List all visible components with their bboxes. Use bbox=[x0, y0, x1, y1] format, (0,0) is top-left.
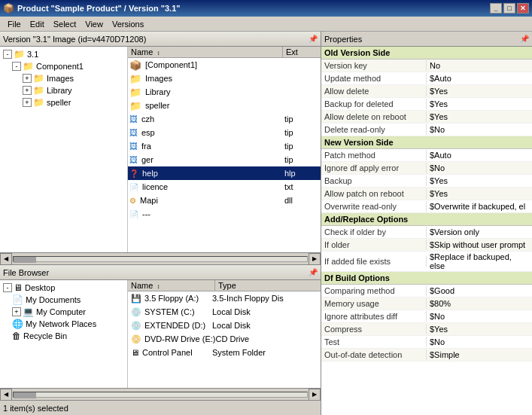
tree-mycomputer[interactable]: + 💻 My Computer bbox=[2, 306, 126, 318]
file-icon-mapi: ⚙ bbox=[129, 197, 136, 205]
file-browser-header: File Browser 📌 bbox=[0, 265, 321, 280]
version-image-header: Version "3.1" Image (id=v4470D71208) 📌 bbox=[0, 32, 321, 47]
prop-compress: Compress $Yes bbox=[321, 323, 532, 336]
tree-network[interactable]: 🌐 My Network Places bbox=[2, 318, 126, 330]
file-row-esp[interactable]: 🖼 esp tip bbox=[128, 126, 321, 139]
version-image-title: Version "3.1" Image (id=v4470D71208) bbox=[3, 35, 146, 44]
file-row-library[interactable]: 📁 Library bbox=[128, 85, 321, 99]
file-row-mapi[interactable]: ⚙ Mapi dll bbox=[128, 194, 321, 207]
expand-31[interactable]: - bbox=[3, 50, 12, 59]
file-browser-title: File Browser bbox=[3, 268, 49, 277]
file-icon-help: ❓ bbox=[129, 169, 138, 178]
file-row-help[interactable]: ❓ help hlp bbox=[128, 166, 321, 180]
close-button[interactable]: ✕ bbox=[517, 3, 529, 14]
browser-row-controlpanel[interactable]: 🖥 Control Panel System Folder bbox=[128, 346, 321, 359]
expand-desktop[interactable]: - bbox=[3, 283, 12, 292]
expand-speller[interactable]: + bbox=[23, 98, 32, 107]
tree-label-mycomputer: My Computer bbox=[36, 307, 86, 316]
tree-label-desktop: Desktop bbox=[25, 283, 55, 292]
prop-delete-readonly: Delete read-only $No bbox=[321, 124, 532, 136]
scroll-left[interactable]: ◀ bbox=[0, 253, 12, 265]
properties-panel: Properties 📌 Old Version Side Version ke… bbox=[321, 32, 532, 415]
browser-files[interactable]: Name ↕ Type 💾 3.5 Floppy (A:) 3.5-Inch F… bbox=[128, 280, 321, 388]
browser-row-dvde[interactable]: 📀 DVD-RW Drive (E:) CD Drive bbox=[128, 332, 321, 346]
tree-node-images[interactable]: + 📁 Images bbox=[2, 72, 126, 84]
file-row-misc[interactable]: 📄 --- bbox=[128, 207, 321, 221]
version-tree: - 📁 3.1 - 📁 Component1 + 📁 Images bbox=[0, 47, 128, 252]
file-browser-panel: File Browser 📌 - 🖥 Desktop 📄 My Document… bbox=[0, 265, 321, 415]
browser-name-header[interactable]: Name ↕ bbox=[128, 280, 215, 291]
recycle-icon: 🗑 bbox=[12, 331, 21, 341]
tree-label-network: My Network Places bbox=[26, 319, 96, 328]
file-row-images[interactable]: 📁 Images bbox=[128, 72, 321, 85]
prop-allow-delete: Allow delete $Yes bbox=[321, 85, 532, 98]
browser-content: - 🖥 Desktop 📄 My Documents + 💻 My Comput… bbox=[0, 280, 321, 388]
prop-if-older: If older $Skip without user prompt bbox=[321, 239, 532, 252]
browser-scroll-track[interactable] bbox=[13, 392, 308, 398]
file-icon-licence: 📄 bbox=[129, 183, 138, 191]
scroll-right[interactable]: ▶ bbox=[309, 253, 321, 265]
browser-scroll-right[interactable]: ▶ bbox=[309, 389, 321, 401]
file-icon-czh: 🖼 bbox=[129, 114, 138, 124]
scroll-track[interactable] bbox=[13, 256, 308, 262]
menu-view[interactable]: View bbox=[81, 18, 108, 30]
expand-images[interactable]: + bbox=[23, 74, 32, 83]
folder-icon-images-row: 📁 bbox=[129, 73, 141, 84]
file-col-ext-header[interactable]: Ext bbox=[283, 47, 321, 57]
file-icon-fra: 🖼 bbox=[129, 142, 138, 151]
minimize-button[interactable]: _ bbox=[490, 3, 502, 14]
file-row-licence[interactable]: 📄 licence txt bbox=[128, 180, 321, 194]
main-container: Version "3.1" Image (id=v4470D71208) 📌 -… bbox=[0, 32, 532, 415]
menu-edit[interactable]: Edit bbox=[26, 18, 49, 30]
file-col-name-header[interactable]: Name ↕ bbox=[128, 47, 283, 57]
tree-mydocs[interactable]: 📄 My Documents bbox=[2, 294, 126, 306]
network-icon: 🌐 bbox=[12, 319, 23, 329]
tree-node-31[interactable]: - 📁 3.1 bbox=[2, 48, 126, 60]
tree-label-images: Images bbox=[47, 74, 74, 83]
browser-row-extendedd[interactable]: 💿 EXTENDED (D:) Local Disk bbox=[128, 319, 321, 332]
desktop-icon: 🖥 bbox=[14, 282, 23, 293]
tree-node-library[interactable]: + 📁 Library bbox=[2, 84, 126, 96]
prop-allow-patch-reboot: Allow patch on reboot $Yes bbox=[321, 188, 532, 200]
tree-label-component1: Component1 bbox=[36, 62, 84, 71]
browser-scroll-left[interactable]: ◀ bbox=[0, 389, 12, 401]
properties-pin-icon[interactable]: 📌 bbox=[520, 35, 529, 43]
file-row-czh[interactable]: 🖼 czh tip bbox=[128, 112, 321, 126]
folder-icon-images: 📁 bbox=[33, 73, 44, 84]
prop-check-older: Check if older by $Version only bbox=[321, 226, 532, 239]
file-row-speller[interactable]: 📁 speller bbox=[128, 99, 321, 112]
prop-update-method: Update method $Auto bbox=[321, 72, 532, 85]
horiz-scrollbar[interactable]: ◀ ▶ bbox=[0, 252, 321, 264]
file-list[interactable]: Name ↕ Ext 📦 [Component1] bbox=[128, 47, 321, 252]
menu-select[interactable]: Select bbox=[49, 18, 81, 30]
file-icon-esp: 🖼 bbox=[129, 128, 138, 137]
browser-row-floppy[interactable]: 💾 3.5 Floppy (A:) 3.5-Inch Floppy Dis bbox=[128, 291, 321, 305]
pin-icon[interactable]: 📌 bbox=[309, 35, 318, 43]
prop-outofdate: Out-of-date detection $Simple bbox=[321, 349, 532, 362]
browser-pin-icon[interactable]: 📌 bbox=[309, 268, 318, 276]
file-row-fra[interactable]: 🖼 fra tip bbox=[128, 139, 321, 153]
browser-row-systemc[interactable]: 💿 SYSTEM (C:) Local Disk bbox=[128, 305, 321, 319]
properties-header: Properties 📌 bbox=[321, 32, 532, 47]
title-bar: 📦 Product "Sample Product" / Version "3.… bbox=[0, 0, 532, 17]
expand-component1[interactable]: - bbox=[12, 62, 21, 71]
tree-node-component1[interactable]: - 📁 Component1 bbox=[2, 60, 126, 72]
tree-recycle[interactable]: 🗑 Recycle Bin bbox=[2, 330, 126, 342]
expand-mycomputer[interactable]: + bbox=[12, 307, 21, 316]
maximize-button[interactable]: □ bbox=[503, 3, 515, 14]
window-title: Product "Sample Product" / Version "3.1" bbox=[17, 4, 490, 13]
prop-test: Test $No bbox=[321, 336, 532, 349]
folder-icon-31: 📁 bbox=[14, 49, 25, 60]
expand-library[interactable]: + bbox=[23, 86, 32, 95]
browser-type-header[interactable]: Type bbox=[215, 280, 321, 291]
menu-versions[interactable]: Versions bbox=[108, 18, 148, 30]
menu-file[interactable]: File bbox=[3, 18, 26, 30]
tree-node-speller[interactable]: + 📁 speller bbox=[2, 96, 126, 108]
file-row-component1[interactable]: 📦 [Component1] bbox=[128, 58, 321, 72]
prop-patch-method: Patch method $Auto bbox=[321, 149, 532, 162]
mycomputer-icon: 💻 bbox=[23, 307, 34, 317]
browser-horiz-scrollbar[interactable]: ◀ ▶ bbox=[0, 388, 321, 400]
file-row-ger[interactable]: 🖼 ger tip bbox=[128, 153, 321, 166]
prop-overwrite-readonly: Overwrite read-only $Overwrite if backup… bbox=[321, 200, 532, 213]
tree-desktop[interactable]: - 🖥 Desktop bbox=[2, 282, 126, 294]
